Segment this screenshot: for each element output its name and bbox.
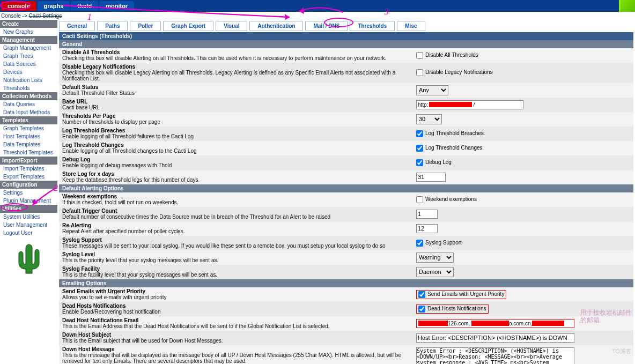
stab-visual[interactable]: Visual xyxy=(216,21,247,31)
side-head-importexport: Import/Export xyxy=(0,157,57,165)
nav-thresholds[interactable]: Thresholds xyxy=(0,84,57,92)
section-title: Cacti Settings (Thresholds) xyxy=(59,32,633,40)
stab-authentication[interactable]: Authentication xyxy=(249,21,303,31)
nav-user-management[interactable]: User Management xyxy=(0,221,57,229)
lbl-status: Default Status xyxy=(62,84,416,90)
lbl-trigger: Default Trigger Count xyxy=(62,208,416,214)
lbl-syslog: Syslog Support xyxy=(62,237,416,243)
subsection-general: General xyxy=(59,40,633,48)
lbl-urgent: Send Emails with Urgent Priority xyxy=(62,288,416,294)
chk-legacy[interactable] xyxy=(416,69,423,76)
nav-system-utilities[interactable]: System Utilities xyxy=(0,213,57,221)
annotation-3: 3 xyxy=(385,7,389,17)
nav-new-graphs[interactable]: New Graphs xyxy=(0,28,57,36)
tab-graphs[interactable]: graphs xyxy=(38,1,70,11)
lbl-storelog: Store Log for x days xyxy=(62,171,416,177)
side-head-templates: Templates xyxy=(0,116,57,124)
lbl-debug: Debug Log xyxy=(62,157,416,162)
sel-syslogfac[interactable]: Daemon xyxy=(416,267,454,277)
nav-data-queries[interactable]: Data Queries xyxy=(0,100,57,108)
side-head-management: Management xyxy=(0,36,57,44)
nav-export-templates[interactable]: Export Templates xyxy=(0,173,57,181)
lbl-downsubj: Down Host Subject xyxy=(62,332,416,338)
annotation-note: 用于接收宕机邮件的邮箱 xyxy=(580,309,634,324)
nav-devices[interactable]: Devices xyxy=(0,68,57,76)
nav-graph-trees[interactable]: Graph Trees xyxy=(0,52,57,60)
nav-settings[interactable]: Settings xyxy=(0,189,57,197)
lbl-disable-all: Disable All Thresholds xyxy=(62,49,416,55)
chk-urgent[interactable] xyxy=(418,291,425,298)
watermark: TO博客 xyxy=(612,347,632,355)
side-head-utilities: Utilities xyxy=(0,205,57,213)
chk-debug[interactable] xyxy=(416,159,423,166)
lbl-perpage: Thresholds Per Page xyxy=(62,113,416,119)
chk-logchange[interactable] xyxy=(416,145,423,152)
lbl-weekend: Weekend exemptions xyxy=(62,194,416,199)
nav-data-sources[interactable]: Data Sources xyxy=(0,60,57,68)
stab-paths[interactable]: Paths xyxy=(97,21,128,31)
txt-downsubj[interactable] xyxy=(416,333,574,343)
lbl-logbreach: Log Threshold Breaches xyxy=(62,128,416,133)
txt-storelog[interactable] xyxy=(416,173,446,182)
subsection-emailing: Emailing Options xyxy=(59,279,633,287)
lbl-legacy: Disable Legacy Notifications xyxy=(62,64,416,70)
side-head-configuration: Configuration xyxy=(0,181,57,189)
lbl-realert: Re-Alerting xyxy=(62,222,416,228)
txt-trigger[interactable] xyxy=(416,210,438,219)
lbl-deadnotif: Dead Hosts Notifications xyxy=(62,303,416,309)
chk-syslog[interactable] xyxy=(416,240,423,247)
stab-misc[interactable]: Misc xyxy=(397,21,425,31)
lbl-logchange: Log Threshold Changes xyxy=(62,142,416,148)
annotation-1: 1 xyxy=(87,12,92,22)
lbl-deademail: Dead Host Notifications Email xyxy=(62,317,416,323)
chk-weekend[interactable] xyxy=(416,196,423,203)
sidebar: Create New Graphs Management Graph Manag… xyxy=(0,20,57,364)
sel-status[interactable]: Any xyxy=(416,85,448,95)
nav-logout[interactable]: Logout User xyxy=(0,229,57,237)
nav-import-templates[interactable]: Import Templates xyxy=(0,165,57,173)
lbl-sysloglvl: Syslog Level xyxy=(62,251,416,257)
stab-poller[interactable]: Poller xyxy=(130,21,161,31)
chk-disable-all[interactable] xyxy=(416,52,423,59)
side-head-create: Create xyxy=(0,20,57,28)
sel-perpage[interactable]: 30 xyxy=(416,114,442,124)
nav-graph-templates[interactable]: Graph Templates xyxy=(0,124,57,132)
lbl-downmsg: Down Host Message xyxy=(62,346,416,352)
nav-graph-management[interactable]: Graph Management xyxy=(0,44,57,52)
cactus-logo xyxy=(0,242,57,278)
nav-plugin-management[interactable]: Plugin Management xyxy=(0,197,57,205)
nav-data-templates[interactable]: Data Templates xyxy=(0,140,57,148)
sel-sysloglvl[interactable]: Warning xyxy=(416,252,454,263)
chk-deadnotif[interactable] xyxy=(418,306,425,313)
top-nav: console graphs thold monitor xyxy=(0,0,635,12)
txt-downmsg[interactable] xyxy=(416,347,574,364)
stab-mail-dns[interactable]: Mail / DNS xyxy=(305,21,348,31)
chk-logbreach[interactable] xyxy=(416,130,423,137)
breadcrumb: Console -> Cacti Settings xyxy=(0,12,635,20)
stab-thresholds[interactable]: Thresholds xyxy=(350,21,395,31)
nav-data-input[interactable]: Data Input Methods xyxy=(0,108,57,116)
txt-realert[interactable] xyxy=(416,224,438,233)
settings-tabs: General Paths Poller Graph Export Visual… xyxy=(59,20,633,32)
logo-corner xyxy=(619,0,635,12)
nav-notification-lists[interactable]: Notification Lists xyxy=(0,76,57,84)
subsection-alerting: Default Alerting Options xyxy=(59,184,633,192)
stab-general[interactable]: General xyxy=(59,21,95,31)
tab-monitor[interactable]: monitor xyxy=(99,1,134,11)
lbl-syslogfac: Syslog Facility xyxy=(62,266,416,272)
tab-console[interactable]: console xyxy=(1,1,36,11)
nav-host-templates[interactable]: Host Templates xyxy=(0,132,57,140)
side-head-collection: Collection Methods xyxy=(0,92,57,100)
lbl-baseurl: Base URL xyxy=(62,99,416,105)
annotation-2: 2 xyxy=(54,183,58,193)
nav-threshold-templates[interactable]: Threshold Templates xyxy=(0,148,57,157)
stab-graph-export[interactable]: Graph Export xyxy=(163,21,213,31)
tab-thold[interactable]: thold xyxy=(71,1,98,11)
